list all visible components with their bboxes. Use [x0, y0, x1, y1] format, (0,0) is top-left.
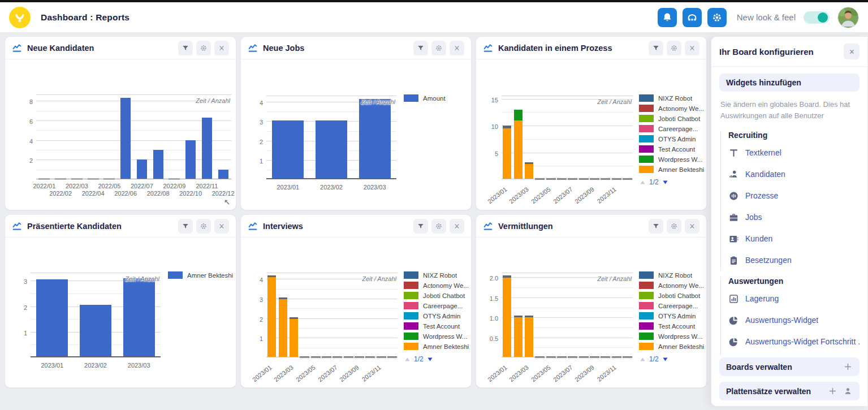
bell-button[interactable]: [658, 8, 677, 27]
legend-swatch: [639, 322, 654, 330]
y-tick-label: 3: [247, 296, 263, 303]
widget-close-button[interactable]: [450, 219, 464, 234]
widget-settings-button[interactable]: [431, 219, 446, 234]
widget-close-button[interactable]: [685, 41, 699, 55]
legend-swatch: [404, 312, 418, 320]
group-header: Recruiting: [728, 131, 860, 140]
legend-entry: Actonomy We...: [639, 282, 707, 289]
sidebar-item-prozesse[interactable]: Prozesse: [728, 185, 860, 206]
org-button[interactable]: [683, 8, 702, 27]
widget-settings-button[interactable]: [667, 41, 681, 55]
filter-button[interactable]: [649, 219, 663, 234]
filter-button[interactable]: [413, 219, 428, 234]
bar-segment: [137, 159, 147, 179]
widget-settings-button[interactable]: [196, 41, 211, 55]
chart-line-icon: [12, 221, 22, 231]
sidebar-item-auswertungs-widget[interactable]: Auswertungs-Widget: [728, 309, 860, 331]
filter-button[interactable]: [178, 219, 193, 234]
y-tick-label: 0.5: [482, 335, 498, 342]
gridline-minor: [502, 287, 633, 288]
otys-logo[interactable]: [9, 7, 31, 28]
widget-settings-button[interactable]: [196, 219, 211, 234]
y-tick-label: 5: [482, 150, 498, 157]
plus-icon[interactable]: [843, 362, 853, 372]
bar-segment: [503, 126, 511, 128]
axis-corner-label: Zeit / Anzahl: [196, 97, 230, 104]
legend-prev-page-icon[interactable]: [639, 356, 646, 363]
plattensaetze-verwalten-bar[interactable]: Plattensätze verwalten: [719, 382, 860, 400]
sidebar-item-widget-jobs-nach-inhaber-ausw[interactable]: Widget Jobs nach Inhaber Ausw...: [728, 352, 860, 355]
placements-icon: [728, 255, 739, 266]
legend-label: Careerpage...: [423, 303, 463, 309]
page-title: Dashboard : Reports: [41, 12, 129, 23]
sidebar-item-label: Auswertungs-Widget Fortschritt ...: [745, 337, 860, 346]
gridline: [36, 94, 231, 95]
widget-group-auswertungen: AuswertungenLagerungAuswertungs-WidgetAu…: [720, 277, 860, 355]
sidebar-item-textkernel[interactable]: Textkernel: [728, 142, 860, 163]
legend-swatch: [404, 333, 418, 340]
sidebar-item-label: Prozesse: [745, 191, 778, 200]
widget-neue-jobs: Neue Jobs 12342023/012023/022023/03Zeit …: [240, 36, 472, 210]
filter-button[interactable]: [178, 41, 193, 55]
gridline: [502, 297, 633, 298]
widget-grid: Neue Kandidaten 24682022/012022/022022/0…: [5, 36, 707, 388]
resize-handle-icon[interactable]: [223, 198, 231, 206]
bar-segment: [36, 279, 68, 357]
x-axis-label: 2022/01: [27, 183, 61, 189]
filter-button[interactable]: [413, 41, 428, 55]
sidebar-item-auswertungs-widget-fortschritt[interactable]: Auswertungs-Widget Fortschritt ...: [728, 331, 860, 352]
widget-settings-button[interactable]: [431, 41, 446, 55]
logo-glyph: [12, 10, 27, 25]
sidebar-item-kunden[interactable]: Kunden: [728, 228, 860, 249]
chart-legend: Amner Bekteshi: [168, 271, 236, 282]
legend-label: Amner Bekteshi: [658, 343, 704, 350]
legend-label: OTYS Admin: [658, 313, 696, 320]
candidates-icon: [728, 169, 739, 180]
legend-swatch: [639, 115, 654, 122]
sidebar-item-kandidaten[interactable]: Kandidaten: [728, 163, 860, 185]
legend-entry: Actonomy We...: [404, 282, 472, 289]
legend-next-page-icon[interactable]: [662, 356, 669, 363]
legend-label: Joboti Chatbot: [423, 292, 465, 299]
widget-close-button[interactable]: [214, 41, 229, 55]
legend-entry: Amner Bekteshi: [404, 343, 472, 350]
axis-corner-label: Zeit / Anzahl: [125, 275, 159, 282]
filter-button[interactable]: [649, 41, 663, 55]
legend-swatch: [639, 302, 654, 309]
panel-title: Ihr Board konfigurieren: [719, 47, 814, 57]
legend-next-page-icon[interactable]: [426, 356, 434, 363]
legend-entry: OTYS Admin: [404, 312, 472, 320]
widget-close-button[interactable]: [450, 41, 464, 55]
legend-prev-page-icon[interactable]: [404, 356, 411, 363]
widget-settings-button[interactable]: [667, 219, 681, 234]
pie-icon: [728, 336, 739, 347]
panel-close-button[interactable]: [844, 44, 860, 59]
axis-corner-label: Zeit / Anzahl: [597, 98, 632, 105]
add-widgets-header[interactable]: Widgets hinzufügen: [719, 74, 860, 92]
widget-close-button[interactable]: [214, 219, 229, 234]
boards-bar-icons: [843, 362, 853, 372]
x-axis-label: 2022/05: [92, 183, 126, 189]
user-icon[interactable]: [843, 386, 853, 396]
widget-close-button[interactable]: [685, 219, 699, 234]
gear-button[interactable]: [707, 8, 727, 27]
plus-icon[interactable]: [828, 386, 837, 396]
legend-next-page-icon[interactable]: [662, 179, 669, 186]
plot-area: 1232023/012023/022023/03Zeit / Anzahl: [31, 273, 161, 357]
legend-entry: OTYS Admin: [639, 312, 707, 320]
sidebar-item-lagerung[interactable]: Lagerung: [728, 288, 860, 309]
widget-interviews: Interviews 12342023/012023/032023/052023…: [240, 214, 472, 388]
legend-prev-page-icon[interactable]: [639, 179, 646, 186]
sidebar-item-jobs[interactable]: Jobs: [728, 206, 860, 228]
legend-swatch: [639, 145, 654, 153]
x-axis-label: 2023/01: [268, 184, 308, 191]
legend-swatch: [639, 282, 654, 289]
boards-verwalten-bar[interactable]: Boards verwalten: [719, 357, 860, 376]
avatar[interactable]: [837, 7, 859, 28]
sidebar-item-label: Auswertungs-Widget: [745, 316, 818, 325]
new-look-toggle[interactable]: [804, 11, 830, 24]
sidebar-item-besetzungen[interactable]: Besetzungen: [728, 249, 860, 271]
bar-segment: [514, 316, 522, 318]
legend-entry: NIXZ Robot: [404, 271, 472, 279]
legend-swatch: [404, 322, 418, 330]
